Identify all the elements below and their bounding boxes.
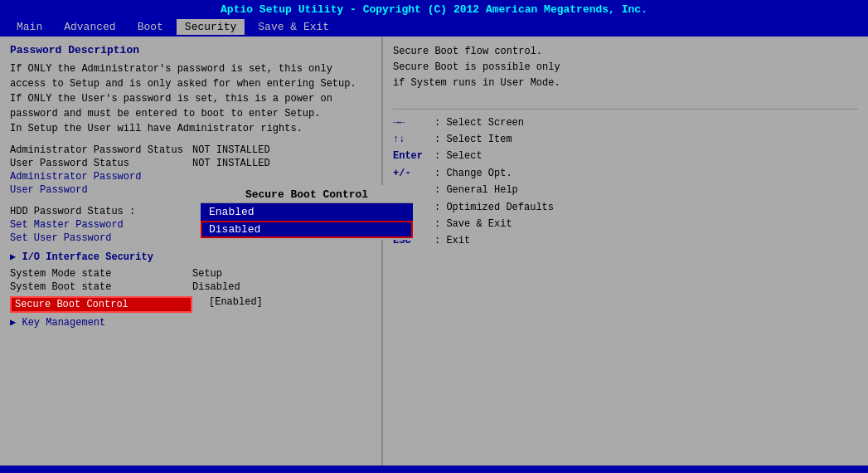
field-value: NOT INSTALLED [192,158,270,169]
key-desc: : Optimized Defaults [434,202,554,213]
main-content: Password Description If ONLY the Adminis… [0,37,868,466]
key-help-row: F10: Save & Exit [393,216,858,232]
key-desc: : Save & Exit [434,218,512,230]
secure-boot-label[interactable]: Secure Boot Control [10,296,192,313]
divider [393,109,858,110]
field-row: Administrator Password [10,171,371,183]
field-value: Setup [192,268,222,280]
desc-line: If ONLY the Administrator's password is … [10,61,371,76]
key-help-row: ↑↓: Select Item [393,131,858,148]
help-line: if System runs in User Mode. [393,76,858,91]
key-label: ↑↓ [393,131,434,148]
key-help-row: F9: Optimized Defaults [393,199,858,216]
key-desc: : Change Opt. [434,168,512,179]
popup-title: Secure Boot Control [201,187,413,203]
key-help-row: →←: Select Screen [393,115,858,131]
desc-line: If ONLY the User's password is set, this… [10,91,371,106]
field-label[interactable]: Administrator Password [10,171,192,183]
key-help-row: F1: General Help [393,182,858,198]
key-desc: : Select Screen [434,117,524,129]
right-panel: Secure Boot flow control.Secure Boot is … [381,37,868,466]
menu-item-advanced[interactable]: Advanced [56,19,124,35]
key-label: +/- [393,165,434,182]
title-bar: Aptio Setup Utility - Copyright (C) 2012… [0,0,868,17]
field-row: System Boot stateDisabled [10,281,371,293]
dropdown-option-enabled[interactable]: Enabled [201,203,413,221]
menu-bar: MainAdvancedBootSecuritySave & Exit [0,17,868,37]
field-label: System Boot state [10,281,192,293]
field-row: User Password StatusNOT INSTALLED [10,158,371,169]
menu-item-save-and-exit[interactable]: Save & Exit [250,19,337,35]
field-row: System Mode stateSetup [10,268,371,280]
key-label: Enter [393,148,434,164]
key-desc: : Select [434,150,482,162]
io-security-label[interactable]: I/O Interface Security [10,251,371,263]
key-management-label[interactable]: Key Management [10,316,371,329]
title-text: Aptio Setup Utility - Copyright (C) 2012… [221,3,647,16]
help-line: Secure Boot flow control. [393,44,858,60]
desc-line: password and must be entered to boot to … [10,106,371,121]
dropdown-option-disabled[interactable]: Disabled [201,221,413,238]
field-label: System Mode state [10,268,192,280]
field-label: User Password Status [10,158,192,169]
left-panel: Password Description If ONLY the Adminis… [0,37,381,466]
dropdown-popup: Secure Boot Control EnabledDisabled [199,185,415,240]
field-label: HDD Password Status : [10,206,192,217]
secure-boot-value: [Enabled] [209,296,263,313]
field-value: Disabled [192,281,240,293]
menu-item-main[interactable]: Main [8,19,51,35]
field-row: Administrator Password StatusNOT INSTALL… [10,144,371,156]
field-value: NOT INSTALLED [192,144,270,156]
field-label[interactable]: Set Master Password [10,219,192,231]
field-label[interactable]: Set User Password [10,232,192,244]
key-desc: : Select Item [434,134,512,145]
desc-line: access to Setup and is only asked for wh… [10,76,371,91]
key-desc: : General Help [434,184,518,196]
key-help-row: +/-: Change Opt. [393,165,858,182]
secure-boot-row: Secure Boot Control [Enabled] [10,296,371,313]
field-label: Administrator Password Status [10,144,192,156]
help-line: Secure Boot is possible only [393,60,858,76]
menu-item-security[interactable]: Security [177,19,245,35]
key-help: →←: Select Screen↑↓: Select ItemEnter: S… [393,115,858,250]
menu-item-boot[interactable]: Boot [129,19,172,35]
popup-options[interactable]: EnabledDisabled [201,203,413,238]
desc-line: In Setup the User will have Administrato… [10,121,371,136]
key-label: →← [393,115,434,131]
key-desc: : Exit [434,235,470,246]
field-label[interactable]: User Password [10,184,192,196]
key-help-row: Enter: Select [393,148,858,164]
fields-group3: System Mode stateSetupSystem Boot stateD… [10,268,371,293]
section-title: Password Description [10,44,371,56]
key-help-row: ESC: Exit [393,232,858,249]
help-text: Secure Boot flow control.Secure Boot is … [393,44,858,92]
description: If ONLY the Administrator's password is … [10,61,371,136]
